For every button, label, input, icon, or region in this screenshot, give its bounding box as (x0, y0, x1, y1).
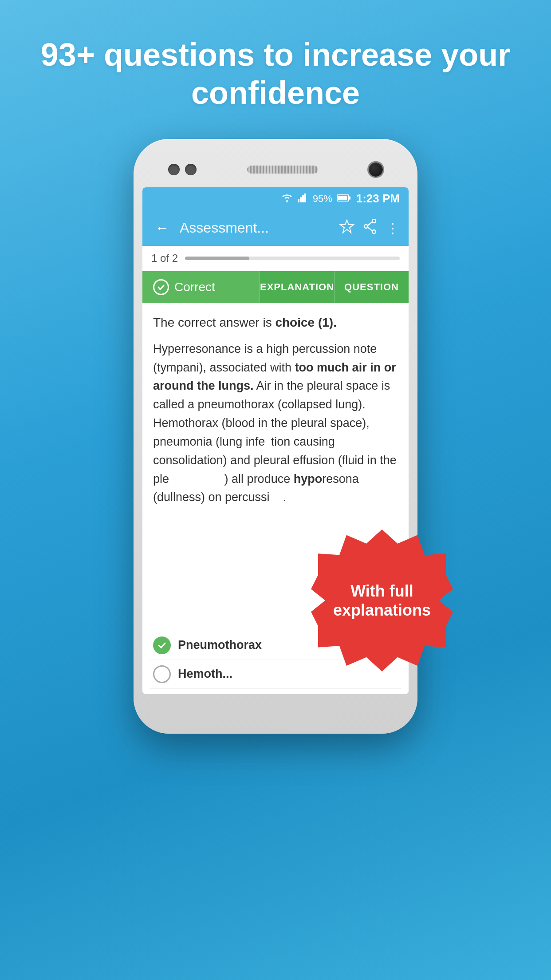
back-button[interactable]: ← (151, 216, 173, 240)
tab-bar: Correct EXPLANATION QUESTION (142, 271, 409, 303)
more-button[interactable]: ⋮ (386, 220, 400, 237)
svg-rect-6 (349, 196, 350, 200)
phone-top-bezel (142, 152, 409, 187)
status-bar: 95% 1:23 PM (142, 187, 409, 210)
svg-rect-0 (298, 199, 299, 202)
speaker-grille (247, 166, 318, 174)
choice-outline-icon (153, 665, 171, 683)
choice-hemoth-label: Hemoth... (178, 667, 232, 681)
tab-question[interactable]: QUESTION (334, 271, 409, 303)
svg-line-12 (368, 227, 372, 231)
correct-tab-label: Correct (174, 280, 215, 294)
progress-label: 1 of 2 (151, 252, 178, 265)
wifi-icon (281, 193, 293, 205)
correct-check-icon (153, 279, 169, 295)
svg-rect-2 (302, 195, 304, 202)
choice-correct-icon (153, 636, 171, 654)
camera-dot-2 (185, 164, 197, 175)
choice-pneumothorax-label: Pneumothorax (178, 638, 262, 652)
progress-fill (185, 257, 249, 260)
tab-correct[interactable]: Correct (142, 271, 260, 303)
svg-marker-7 (340, 220, 354, 233)
camera-dot-1 (168, 164, 180, 175)
svg-point-9 (364, 225, 368, 228)
phone-mockup: 95% 1:23 PM ← Assessment... (134, 139, 417, 734)
svg-line-11 (368, 222, 372, 225)
app-toolbar: ← Assessment... (142, 210, 409, 246)
svg-point-10 (372, 230, 376, 233)
battery-icon (337, 193, 351, 205)
signal-icon (298, 193, 308, 205)
answer-line: The correct answer is choice (1). (153, 314, 398, 331)
front-camera (369, 162, 383, 177)
tab-explanation[interactable]: EXPLANATION (260, 271, 334, 303)
progress-bar (185, 257, 400, 260)
star-button[interactable] (339, 219, 354, 237)
svg-rect-5 (338, 196, 347, 200)
svg-rect-1 (300, 197, 302, 202)
share-button[interactable] (363, 219, 377, 237)
status-icons: 95% (281, 193, 351, 205)
toolbar-title: Assessment... (180, 220, 332, 236)
svg-point-8 (372, 219, 376, 223)
status-time: 1:23 PM (356, 192, 400, 205)
svg-rect-3 (304, 194, 306, 202)
headline: 93+ questions to increase your confidenc… (0, 36, 551, 112)
camera-dots (168, 164, 197, 175)
battery-percent: 95% (313, 193, 332, 205)
choice-hemoth[interactable]: Hemoth... (150, 660, 401, 689)
explanation-text: Hyperresonance is a high percussion note… (153, 340, 398, 507)
toolbar-icons: ⋮ (339, 219, 400, 237)
progress-area: 1 of 2 (142, 246, 409, 271)
